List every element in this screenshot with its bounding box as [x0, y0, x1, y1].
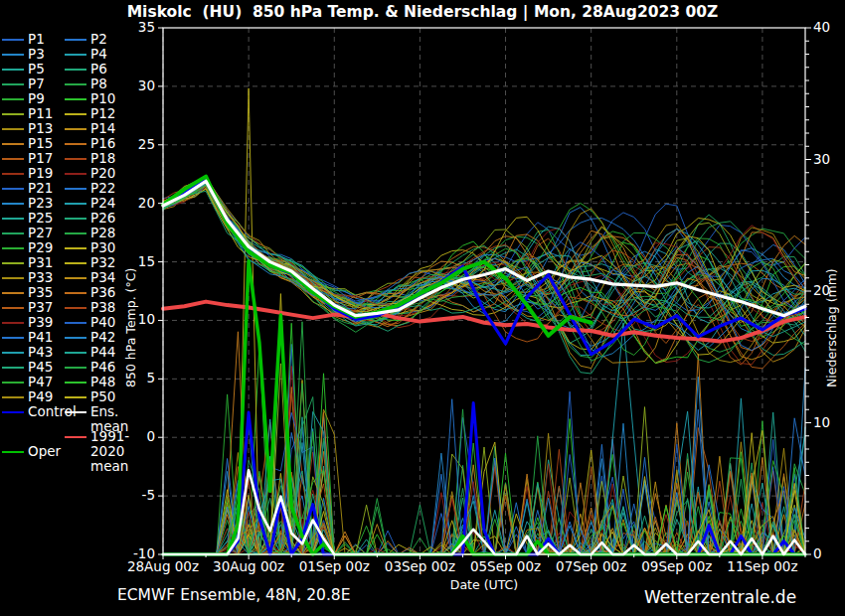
legend-line-swatch [65, 39, 86, 41]
legend-line-swatch [2, 98, 24, 100]
legend-item-label: P15 [28, 136, 53, 151]
legend-line-swatch [65, 292, 86, 294]
legend-item-label: P13 [28, 121, 53, 136]
legend-line-swatch [65, 322, 86, 324]
legend-item-label: P6 [90, 62, 107, 77]
legend-item-label: P29 [28, 240, 53, 255]
legend-line-swatch [2, 83, 24, 85]
legend-line-swatch [65, 396, 86, 398]
legend-line-swatch [65, 262, 86, 264]
legend-line-swatch [2, 367, 24, 369]
legend-line-swatch [2, 173, 24, 175]
y-right-tick-label: 40 [813, 19, 830, 35]
ensemble-chart-page: Miskolc (HU) 850 hPa Temp. & Niederschla… [0, 0, 845, 616]
y-right-axis-title: Niederschlag (mm) [824, 199, 839, 387]
legend-item-label: P36 [90, 285, 115, 300]
legend-item-label: P4 [90, 47, 107, 62]
legend-item-label: P31 [28, 255, 53, 270]
legend-line-swatch [65, 411, 86, 413]
legend-line-swatch [65, 277, 86, 279]
y-left-tick-label: 0 [111, 428, 155, 444]
legend-line-swatch [65, 436, 86, 438]
legend-line-swatch [65, 337, 86, 339]
legend-item-label: Oper [28, 444, 61, 459]
y-left-tick-label: 25 [111, 136, 155, 152]
legend-line-swatch [2, 451, 24, 453]
legend-line-swatch [65, 367, 86, 369]
legend-item-label: P11 [28, 106, 53, 121]
legend-line-swatch [65, 382, 86, 384]
legend-item-label: P35 [28, 285, 53, 300]
legend-item-label: P50 [90, 389, 115, 404]
x-tick-label: 11Sep 00z [718, 558, 807, 574]
x-tick-label: 03Sep 00z [375, 558, 464, 574]
legend-item-label: P8 [90, 77, 107, 91]
y-left-tick-label: 35 [111, 19, 155, 35]
legend-item-label: P21 [28, 181, 53, 196]
legend-line-swatch [2, 396, 24, 398]
legend-line-swatch [2, 143, 24, 145]
legend-item-label: P7 [28, 77, 45, 91]
legend-line-swatch [65, 203, 86, 205]
legend-item-label: P42 [90, 330, 115, 345]
x-tick-label: 28Aug 00z [118, 558, 208, 574]
footer-branding: Wetterzentrale.de [644, 587, 796, 607]
legend-item-label: P28 [90, 226, 115, 240]
legend-item-label: P12 [90, 106, 115, 121]
legend-item-label: P43 [28, 345, 53, 360]
legend-line-swatch [65, 143, 86, 145]
y-left-axis-title: 850 hPa Temp. (°C) [123, 199, 138, 387]
legend-item-label: P25 [28, 211, 53, 226]
y-left-tick-label: 30 [111, 77, 155, 93]
x-axis-title: Date (UTC) [424, 577, 544, 592]
legend-line-swatch [65, 188, 86, 190]
legend-item-label: P9 [28, 91, 45, 106]
legend-line-swatch [2, 188, 24, 190]
legend-line-swatch [2, 39, 24, 41]
legend-line-swatch [2, 382, 24, 384]
y-right-tick-label: 10 [813, 414, 830, 430]
legend-line-swatch [2, 54, 24, 56]
legend-line-swatch [65, 98, 86, 100]
legend-item-label: P14 [90, 121, 115, 136]
legend-item-label: P34 [90, 270, 115, 285]
legend-item-label: P37 [28, 300, 53, 315]
legend-line-swatch [65, 128, 86, 130]
legend-line-swatch [2, 203, 24, 205]
legend-line-swatch [65, 247, 86, 249]
legend-line-swatch [65, 232, 86, 234]
legend-line-swatch [2, 69, 24, 71]
legend-line-swatch [2, 158, 24, 160]
legend-line-swatch [2, 337, 24, 339]
legend-line-swatch [2, 411, 24, 413]
legend-line-swatch [2, 322, 24, 324]
legend-line-swatch [65, 158, 86, 160]
y-right-tick-label: 0 [813, 545, 822, 561]
legend-line-swatch [2, 232, 24, 234]
legend-item-label: P23 [28, 196, 53, 211]
x-tick-label: 09Sep 00z [632, 558, 722, 574]
legend-line-swatch [2, 352, 24, 354]
legend-line-swatch [65, 54, 86, 56]
legend-line-swatch [2, 307, 24, 309]
legend-item-label: P39 [28, 315, 53, 330]
legend-item-label: P27 [28, 226, 53, 240]
legend-item-label: P45 [28, 360, 53, 375]
legend-item-label: P41 [28, 330, 53, 345]
legend-item-label: P2 [90, 32, 107, 47]
legend-line-swatch [65, 307, 86, 309]
x-tick-label: 07Sep 00z [547, 558, 636, 574]
y-left-tick-label: -5 [111, 487, 155, 503]
legend-item-label: P26 [90, 211, 115, 226]
legend-item-label: P5 [28, 62, 45, 77]
legend-line-swatch [65, 83, 86, 85]
legend-line-swatch [2, 218, 24, 220]
legend-line-swatch [65, 352, 86, 354]
legend-item-label: P20 [90, 166, 115, 181]
legend-line-swatch [2, 113, 24, 115]
x-tick-label: 01Sep 00z [289, 558, 379, 574]
x-tick-label: 05Sep 00z [461, 558, 551, 574]
legend-line-swatch [2, 277, 24, 279]
legend-item-label: P33 [28, 270, 53, 285]
legend-item-label: P19 [28, 166, 53, 181]
